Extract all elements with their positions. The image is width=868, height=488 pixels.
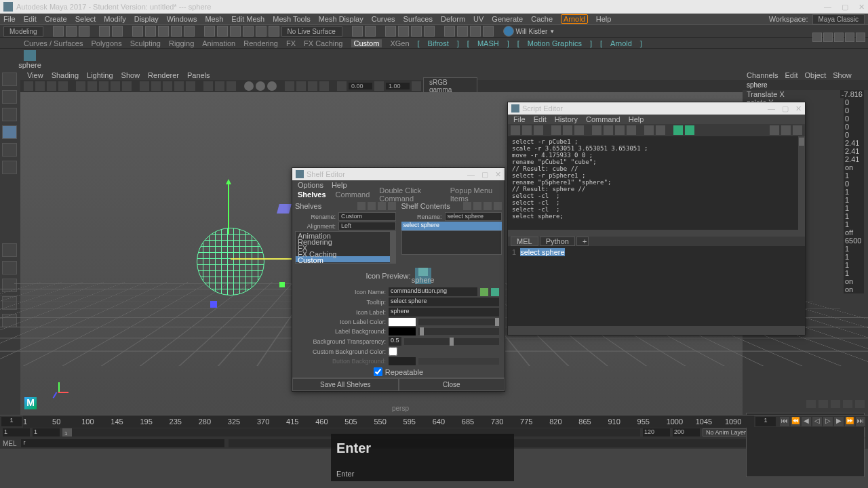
menu-deform[interactable]: Deform — [441, 15, 465, 23]
vp-shadow-icon[interactable] — [186, 81, 195, 91]
minimize-icon[interactable]: — — [467, 170, 475, 179]
shelf-rename-input[interactable]: Custom — [338, 212, 396, 221]
save-script-icon[interactable] — [522, 125, 532, 135]
search-down-icon[interactable] — [770, 125, 779, 135]
mode-dropdown[interactable]: Modeling — [3, 26, 43, 37]
goto-icon[interactable] — [793, 125, 802, 135]
goto-end-icon[interactable]: ⏭ — [856, 417, 865, 426]
layout-single-icon[interactable] — [2, 243, 17, 257]
shelf-rigging[interactable]: Rigging — [169, 39, 194, 47]
revert-icon[interactable] — [491, 288, 499, 296]
minimize-icon[interactable]: — — [824, 3, 831, 12]
sel-obj-icon[interactable] — [171, 26, 182, 37]
vp-exp-slider-icon[interactable] — [337, 81, 347, 91]
menu-arnold[interactable]: Arnold — [561, 14, 588, 24]
new-scene-icon[interactable] — [53, 26, 64, 37]
range-start[interactable]: 1 — [3, 428, 30, 436]
menu-editmesh[interactable]: Edit Mesh — [231, 15, 264, 23]
list-item[interactable]: XGen — [296, 262, 395, 264]
attr-value[interactable]: 0 — [844, 180, 864, 188]
vp-exp3-icon[interactable] — [267, 81, 277, 91]
preset4-icon[interactable] — [843, 400, 852, 408]
open-icon[interactable] — [66, 26, 77, 37]
shelf-polygons[interactable]: Polygons — [91, 39, 121, 47]
pivot-handle[interactable] — [210, 301, 217, 308]
item-rename-input[interactable]: select sphere — [445, 212, 502, 221]
attr-value[interactable]: -7.816 — [840, 90, 864, 98]
close-icon[interactable]: ✕ — [859, 3, 865, 12]
shelf-bifrost[interactable]: Bifrost — [428, 39, 449, 47]
attr-value[interactable]: 2.41 — [844, 155, 864, 163]
render-globals-icon[interactable] — [424, 26, 435, 37]
render-set-icon[interactable] — [411, 26, 422, 37]
vp-grid-icon[interactable] — [76, 81, 85, 91]
const-icon[interactable] — [365, 26, 376, 37]
se-history[interactable]: History — [555, 115, 578, 123]
custom-bg-checkbox[interactable] — [389, 347, 397, 356]
script-input-selection[interactable]: select sphere — [520, 248, 564, 256]
redo-icon[interactable] — [112, 26, 123, 37]
menu-uv[interactable]: UV — [473, 15, 484, 23]
save-all-shelves-button[interactable]: Save All Shelves — [292, 378, 399, 391]
menu-curves[interactable]: Curves — [372, 15, 395, 23]
attr-value[interactable]: 1 — [844, 220, 864, 228]
se-file[interactable]: File — [513, 115, 526, 123]
search-up-icon[interactable] — [781, 125, 791, 135]
icon-label-input[interactable]: sphere — [389, 308, 499, 317]
attr-value[interactable]: 0 — [844, 98, 864, 106]
attr-value[interactable]: on — [844, 163, 864, 171]
play-icon[interactable] — [673, 125, 683, 135]
list-item-selected[interactable]: Custom — [296, 256, 395, 262]
channel-icon[interactable] — [856, 33, 865, 42]
se-command[interactable]: Command — [586, 115, 620, 123]
label-color-slider[interactable] — [418, 319, 499, 325]
render-icon[interactable] — [385, 26, 396, 37]
rotate-tool-icon[interactable] — [2, 143, 17, 157]
attr-value[interactable]: on — [844, 277, 864, 285]
vp-tex-icon[interactable] — [163, 81, 172, 91]
step-fwd-icon[interactable]: ⏩ — [845, 417, 854, 426]
shelf-editor-titlebar[interactable]: Shelf Editor — ▢ ✕ — [292, 168, 505, 180]
maximize-icon[interactable]: ▢ — [481, 170, 488, 179]
range-handle[interactable]: 1 — [62, 428, 72, 436]
se-options[interactable]: Options — [298, 181, 323, 189]
attr-value[interactable]: 1 — [844, 261, 864, 269]
play-end[interactable]: 120 — [643, 428, 670, 436]
preset1-icon[interactable] — [806, 400, 816, 408]
shelf-xgen[interactable]: XGen — [390, 39, 409, 47]
attr-value[interactable]: 1 — [844, 196, 864, 204]
move-down-icon[interactable] — [473, 202, 481, 210]
shelf-sculpting[interactable]: Sculpting — [130, 39, 161, 47]
menu-display[interactable]: Display — [134, 15, 159, 23]
attr-value[interactable]: 1 — [844, 253, 864, 261]
delete-shelf-icon[interactable] — [388, 202, 396, 210]
maximize-icon[interactable]: ▢ — [782, 104, 789, 113]
preset3-icon[interactable] — [831, 400, 840, 408]
current-frame[interactable]: 1 — [1, 417, 22, 426]
vp-view[interactable]: View — [27, 71, 43, 79]
menu-file[interactable]: File — [3, 15, 16, 23]
panel2-icon[interactable] — [457, 26, 468, 37]
panel-layout-icon[interactable] — [444, 26, 455, 37]
ch-object[interactable]: Object — [804, 71, 826, 79]
workspace-dropdown[interactable]: Maya Classic — [812, 14, 865, 24]
selected-item[interactable]: select sphere — [401, 222, 502, 230]
attr-value[interactable]: 6500 — [844, 237, 864, 245]
preset5-icon[interactable] — [855, 400, 865, 408]
save-icon[interactable] — [79, 26, 90, 37]
shelf-rendering[interactable]: Rendering — [243, 39, 278, 47]
attr-value[interactable]: 1 — [844, 269, 864, 277]
shelf-animation[interactable]: Animation — [202, 39, 235, 47]
attr-value[interactable]: 1 — [844, 245, 864, 253]
snap-point-icon[interactable] — [230, 26, 241, 37]
save-to-shelf-icon[interactable] — [534, 125, 543, 135]
sel-uv-icon[interactable] — [184, 26, 195, 37]
move-down-icon[interactable] — [368, 202, 376, 210]
tab-mel[interactable]: MEL — [511, 237, 538, 246]
timeline-ruler[interactable]: 1501001451952352803253704154605055505956… — [23, 415, 754, 428]
layer-scrollbar[interactable] — [746, 477, 865, 483]
vp-xrayjnt-icon[interactable] — [226, 81, 236, 91]
move-up-icon[interactable] — [463, 202, 471, 210]
tab-python[interactable]: Python — [540, 237, 575, 246]
vp-iso-icon[interactable] — [203, 81, 213, 91]
